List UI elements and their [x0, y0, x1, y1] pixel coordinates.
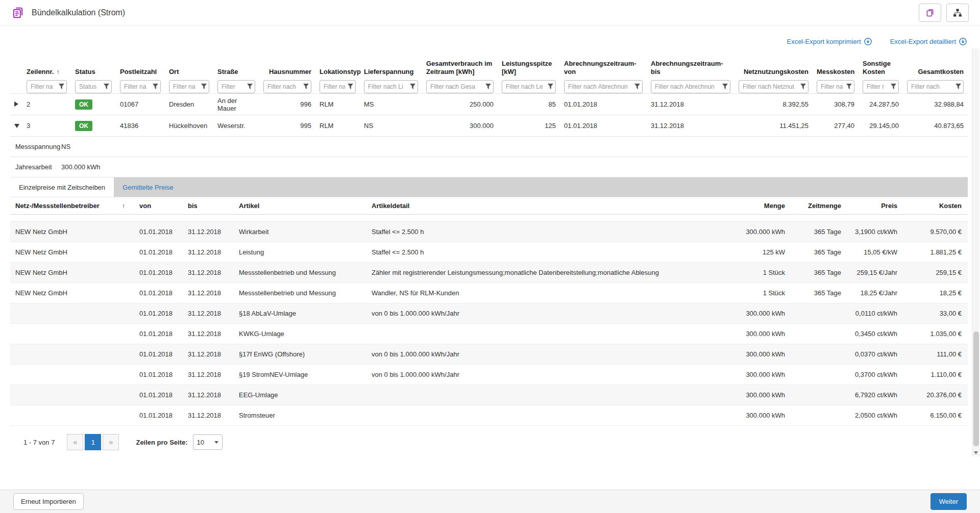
reimport-button[interactable]: Erneut Importieren	[13, 493, 84, 510]
column-header-leistungsspitze[interactable]: Leistungsspitze [kW]	[498, 54, 560, 80]
column-header-gesamtverbrauch[interactable]: Gesamtverbrauch im Zeitraum [kWh]	[422, 54, 498, 80]
pagination-page-1-button[interactable]: 1	[85, 434, 101, 450]
filter-input-gesamtverbrauch[interactable]	[426, 80, 494, 93]
table-cell: 6,7920 ct/kWh	[847, 385, 903, 405]
table-cell: 31.12.2018	[184, 324, 235, 344]
footer-bar: Erneut Importieren Weiter	[0, 490, 980, 513]
filter-input-leistungsspitze[interactable]	[502, 80, 556, 93]
table-cell: 31.12.2018	[184, 365, 235, 385]
table-cell	[791, 385, 847, 405]
column-header-sonstige-kosten[interactable]: Sonstige Kosten	[859, 54, 903, 80]
filter-input-gesamtkosten[interactable]	[907, 80, 964, 93]
column-header-lieferspannung[interactable]: Lieferspannung	[360, 54, 422, 80]
table-cell: 0,0110 ct/kWh	[847, 303, 903, 324]
column-header-ort[interactable]: Ort	[165, 54, 213, 80]
column-header-artikeldetail[interactable]: Artikeldetail	[368, 197, 725, 215]
table-cell: KWKG-Umlage	[235, 324, 368, 344]
table-cell	[791, 365, 847, 385]
column-header-zeilennr[interactable]: Zeilennr.↑	[22, 54, 71, 80]
table-cell: 01.01.2018	[135, 303, 184, 324]
filter-input-netznutzungskosten[interactable]	[739, 80, 808, 93]
scrollbar-down-arrow-icon[interactable]	[974, 451, 978, 454]
price-table-header-row: Netz-/Messstellenbetreiber↑ von bis Arti…	[10, 197, 968, 215]
column-header-strasse[interactable]: Straße	[213, 54, 259, 80]
table-cell: 01067	[116, 94, 165, 115]
table-cell: 2,0500 ct/kWh	[847, 405, 903, 426]
weiter-button[interactable]: Weiter	[930, 493, 967, 510]
export-links-row: Excel-Export komprimiert Excel-Export de…	[0, 25, 980, 54]
table-cell: 2	[22, 94, 71, 115]
table-cell: 1.035,00 €	[903, 324, 968, 344]
table-cell	[10, 215, 968, 222]
filter-cell	[213, 80, 259, 94]
column-header-bis[interactable]: bis	[184, 197, 235, 215]
jahresarbeit-value: 300.000 kWh	[61, 163, 101, 171]
table-cell: 0,3450 ct/kWh	[847, 324, 903, 344]
column-header-kosten[interactable]: Kosten	[903, 197, 968, 215]
rows-per-page-value: 10	[197, 439, 204, 446]
filter-input-lieferspannung[interactable]	[364, 80, 418, 93]
column-header-betreiber[interactable]: Netz-/Messstellenbetreiber↑	[10, 197, 135, 215]
column-header-von[interactable]: von	[135, 197, 184, 215]
filter-input-hausnummer[interactable]	[263, 80, 311, 93]
column-header-menge[interactable]: Menge	[725, 197, 791, 215]
rows-per-page-label: Zeilen pro Seite:	[136, 439, 187, 446]
price-table: Netz-/Messstellenbetreiber↑ von bis Arti…	[10, 197, 968, 426]
export-compressed-label: Excel-Export komprimiert	[787, 38, 861, 45]
filter-input-postleitzahl[interactable]	[120, 80, 161, 93]
column-header-abrechnungszeitraum-von[interactable]: Abrechnungszeitraum-von	[560, 54, 647, 80]
filter-input-abrechnungszeitraum-bis[interactable]	[651, 80, 730, 93]
filter-input-ort[interactable]	[169, 80, 209, 93]
pagination-prev-button[interactable]: «	[67, 434, 83, 450]
table-cell: 300.000 kWh	[725, 385, 791, 405]
table-cell: 365 Tage	[791, 283, 847, 303]
price-table-row: NEW Netz GmbH 01.01.2018 31.12.2018 Leis…	[10, 242, 968, 263]
filter-input-abrechnungszeitraum-von[interactable]	[564, 80, 643, 93]
table-cell: 259,15 €/Jahr	[847, 263, 903, 283]
excel-export-detailed-link[interactable]: Excel-Export detailliert	[890, 38, 967, 45]
filter-cell	[903, 80, 968, 94]
tab-gemittelte-preise[interactable]: Gemittelte Preise	[114, 177, 182, 197]
expand-caret-down-icon[interactable]	[14, 124, 19, 128]
filter-input-zeilennr[interactable]	[27, 80, 67, 93]
table-row[interactable]: 3 OK 41836 Hückelhoven Weserstr. 995 RLM…	[10, 115, 968, 137]
structure-view-button[interactable]	[946, 4, 969, 22]
table-cell: 15,05 €/kW	[847, 242, 903, 263]
table-cell: 31.12.2018	[184, 385, 235, 405]
column-label: Netz-/Messstellenbetreiber	[15, 202, 100, 210]
column-header-zeitmenge[interactable]: Zeitmenge	[791, 197, 847, 215]
table-cell: 308,79	[813, 94, 859, 115]
table-cell	[10, 344, 135, 365]
filter-cell	[859, 80, 903, 94]
tab-einzelpreise[interactable]: Einzelpreise mit Zeitscheiben	[10, 177, 114, 197]
table-cell: OK	[71, 115, 116, 137]
table-cell	[10, 303, 135, 324]
table-cell: 31.12.2018	[184, 303, 235, 324]
column-header-artikel[interactable]: Artikel	[235, 197, 368, 215]
column-header-status[interactable]: Status	[71, 54, 116, 80]
table-cell: 32.988,84	[903, 94, 968, 115]
table-row[interactable]: 2 OK 01067 Dresden An der Mauer 996 RLM …	[10, 94, 968, 115]
excel-export-compressed-link[interactable]: Excel-Export komprimiert	[787, 38, 871, 45]
documents-view-button[interactable]	[919, 4, 941, 22]
rows-per-page-select[interactable]: 10	[193, 434, 223, 450]
column-header-messkosten[interactable]: Messkosten	[813, 54, 859, 80]
table-cell	[791, 405, 847, 426]
pagination-next-button[interactable]: »	[103, 434, 119, 450]
table-cell: 1.881,25 €	[903, 242, 968, 263]
column-header-lokationstyp[interactable]: Lokationstyp	[315, 54, 360, 80]
column-header-postleitzahl[interactable]: Postleitzahl	[116, 54, 165, 80]
table-cell: 300.000 kWh	[725, 365, 791, 385]
expand-caret-right-icon[interactable]	[14, 101, 18, 107]
table-cell: 01.01.2018	[135, 324, 184, 344]
column-header-gesamtkosten[interactable]: Gesamtkosten	[903, 54, 968, 80]
scrollbar-thumb[interactable]	[973, 331, 979, 446]
table-cell: 300.000 kWh	[725, 405, 791, 426]
column-header-abrechnungszeitraum-bis[interactable]: Abrechnungszeitraum-bis	[647, 54, 734, 80]
column-header-preis[interactable]: Preis	[847, 197, 903, 215]
table-cell: §19 StromNEV-Umlage	[235, 365, 368, 385]
pagination: 1 - 7 von 7 « 1 » Zeilen pro Seite: 10	[10, 426, 968, 450]
column-label: Leistungsspitze [kW]	[502, 60, 556, 76]
column-header-netznutzungskosten[interactable]: Netznutzungskosten	[734, 54, 813, 80]
column-header-hausnummer[interactable]: Hausnummer	[259, 54, 315, 80]
